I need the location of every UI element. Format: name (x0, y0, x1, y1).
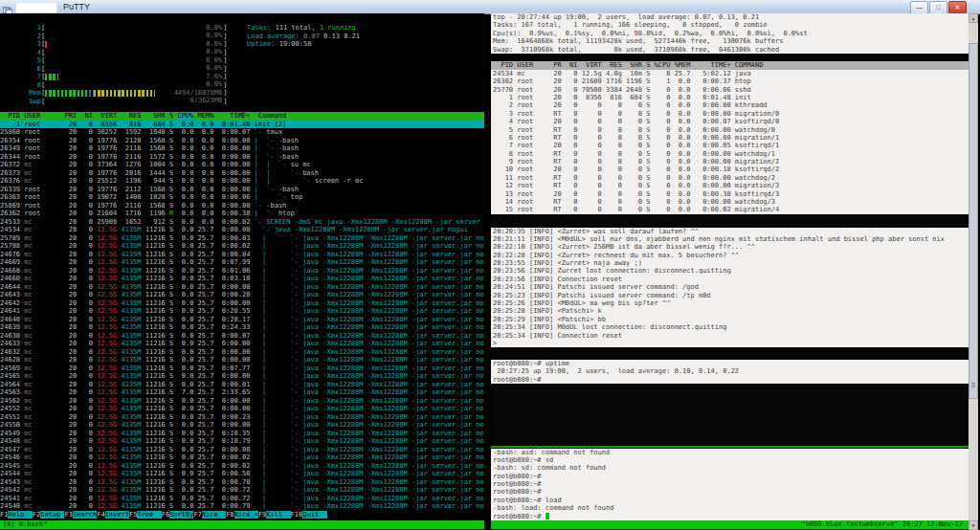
server-log: 20:20:35 [INFO] <Zurret> was soll darauf… (491, 228, 969, 348)
process-row[interactable]: 24547 mc 20 0 12.5G 4135M 11216 S 0.0 25… (0, 446, 484, 454)
fkey-F2[interactable]: F2Setup (33, 511, 65, 519)
fkey-F7[interactable]: F7Nice - (193, 511, 226, 519)
fkey-F4[interactable]: F4Invert (97, 511, 129, 519)
fkey-F6[interactable]: F6SortBy (162, 511, 194, 519)
process-row[interactable]: 24668 mc 20 0 12.5G 4135M 11216 S 0.0 25… (0, 267, 484, 276)
process-row[interactable]: 24548 mc 20 0 12.5G 4135M 11216 S 0.0 25… (0, 437, 484, 446)
log-line: 20:25:26 [INFO] <M0dUL> ma weg bis sp?te… (491, 299, 969, 307)
top-process-row: 2 root 20 0 0 0 0 S 0 0.0 0:00.00 kthrea… (491, 101, 969, 109)
maximize-button[interactable]: □ (929, 1, 947, 14)
process-row[interactable]: 26349 root 20 0 19776 2116 1568 S 0.0 0.… (0, 144, 484, 153)
terminal-line: Cpu(s): 0.9%us, 0.1%sy, 0.0%ni, 98.8%id,… (491, 30, 969, 37)
process-row[interactable]: 24534 mc 20 0 12.5G 4135M 11216 S 0.0 25… (0, 226, 484, 234)
top-process-row: 11 root RT 0 0 0 0 S 0 0.0 0:00.00 watch… (491, 174, 969, 182)
process-row[interactable]: 24544 mc 20 0 12.5G 4135M 11216 S 0.0 25… (0, 470, 484, 478)
process-row[interactable]: 24642 mc 20 0 12.5G 4135M 11216 S 0.0 25… (0, 299, 484, 308)
process-row[interactable]: 24545 mc 20 0 12.5G 4135M 11216 S 0.0 25… (0, 462, 484, 471)
top-process-row: 3 root RT 0 0 0 0 S 0 0.0 0:00.00 migrat… (491, 110, 969, 118)
process-table-header[interactable]: PID USER PRI NI VIRT RES SHR S CPU% MEM%… (0, 112, 484, 121)
process-row[interactable]: 24660 mc 20 0 12.5G 4135M 11216 S 0.0 25… (0, 275, 484, 283)
process-row[interactable]: 24641 mc 20 0 12.5G 4135M 11216 S 0.0 25… (0, 307, 484, 316)
process-row[interactable]: 26372 mc 20 0 37364 1276 1004 S 0.0 0.0 … (0, 161, 484, 169)
process-row[interactable]: 24640 mc 20 0 12.5G 4135M 11216 S 0.0 25… (0, 316, 484, 324)
process-row[interactable]: 24533 mc 20 0 25908 1652 912 S 0.0 0.0 0… (0, 218, 484, 227)
process-row[interactable]: 1 root 20 0 8356 816 684 S 0.0 0.0 0:01.… (0, 121, 484, 129)
process-row[interactable]: 26373 mc 20 0 19776 2016 1444 S 0.0 0.0 … (0, 169, 484, 178)
process-row[interactable]: 24569 mc 20 0 12.5G 4135M 11216 S 0.0 25… (0, 364, 484, 373)
fkey-F3[interactable]: F3Search (64, 511, 97, 519)
terminal-cursor (546, 513, 549, 519)
process-row[interactable]: 26344 root 20 0 19776 2116 1572 S 0.0 0.… (0, 153, 484, 162)
process-row[interactable]: 25788 mc 20 0 12.5G 4135M 11216 S 0.0 25… (0, 242, 484, 251)
meter-1: 1[0.0%] (29, 24, 227, 33)
process-row[interactable]: 26354 root 20 0 19776 2120 1568 S 0.0 0.… (0, 137, 484, 145)
terminal-line: -bash: load: command not found (491, 504, 969, 512)
scroll-thumb[interactable] (969, 43, 978, 399)
log-line: 20:22:10 [INFO] <Zurret> 256MB ist da ab… (491, 243, 969, 251)
process-row[interactable]: 25868 root 20 0 30252 1592 1040 S 0.0 0.… (0, 128, 484, 137)
terminal-line: root@b080:~# (491, 376, 969, 384)
scrollbar[interactable]: ▲ ▼ (969, 13, 978, 530)
fkey-F5[interactable]: F5Tree (129, 511, 162, 519)
statusbar-right-text: "b080.blue.fastwebserve" 20:27 17-Nov-12 (801, 520, 969, 528)
process-row[interactable]: 26376 mc 20 0 25512 1196 944 S 0.0 0.0 0… (0, 177, 484, 186)
statusbar-left-text: [0] 0:bash* (0, 520, 47, 528)
process-row[interactable]: 24643 mc 20 0 12.5G 4135M 11216 S 0.0 25… (0, 291, 484, 299)
redacted-session-name (15, 2, 57, 13)
process-row[interactable]: 24564 mc 20 0 12.5G 4135M 11216 S 0.0 25… (0, 381, 484, 389)
process-row[interactable]: 24676 mc 20 0 12.5G 4135M 11216 S 0.0 25… (0, 251, 484, 259)
terminal-line: Tasks: 167 total, 1 running, 166 sleepin… (491, 21, 969, 29)
process-row[interactable]: 24541 mc 20 0 12.5G 4135M 11216 S 0.0 25… (0, 495, 484, 503)
process-row[interactable]: 25789 mc 20 0 12.5G 4135M 11216 S 0.0 25… (0, 234, 484, 243)
process-row[interactable]: 26363 root 20 0 19072 1408 1020 S 0.0 0.… (0, 193, 484, 202)
log-line: 20:22:28 [INFO] <Zurret> rechnest du mit… (491, 252, 969, 259)
process-row[interactable]: 24551 mc 20 0 12.5G 4135M 11216 S 0.0 25… (0, 413, 484, 422)
process-row[interactable]: 24550 mc 20 0 12.5G 4135M 11216 S 0.0 25… (0, 421, 484, 430)
minimize-button[interactable]: — (910, 1, 928, 14)
log-line: 20:23:55 [INFO] <Zurret> naja away ;) (491, 259, 969, 267)
fkey-F10[interactable]: F10Quit (291, 511, 327, 519)
process-row[interactable]: 24565 mc 20 0 12.5G 4135M 11216 S 0.0 25… (0, 372, 484, 381)
fkey-F9[interactable]: F9Kill (258, 511, 291, 519)
meter-6: 6[0.0%] (29, 65, 227, 74)
process-row[interactable]: 24644 mc 20 0 12.5G 4135M 11216 S 0.0 25… (0, 283, 484, 292)
top-process-row: 9 root RT 0 0 0 0 S 0 0.0 0:00.00 migrat… (491, 158, 969, 166)
process-row[interactable]: 24546 mc 20 0 12.5G 4135M 11216 S 0.0 25… (0, 453, 484, 462)
process-row[interactable]: 24540 mc 20 0 12.5G 4135M 11216 S 0.0 25… (0, 502, 484, 511)
process-row[interactable]: 24639 mc 20 0 12.5G 4135M 11216 S 0.0 25… (0, 323, 484, 332)
top-process-row: 10 root 20 0 0 0 0 S 0 0.0 0:00.18 ksoft… (491, 166, 969, 173)
process-row[interactable]: 24669 mc 20 0 12.5G 4135M 11216 S 0.0 25… (0, 258, 484, 267)
fkey-F1[interactable]: F1Help (0, 511, 33, 519)
process-row[interactable]: 24542 mc 20 0 12.5G 4135M 11216 S 0.0 25… (0, 486, 484, 495)
process-row[interactable]: 24628 mc 20 0 12.5G 4135M 11216 S 0.0 25… (0, 356, 484, 364)
close-button[interactable]: ✕ (948, 1, 967, 14)
summary-line: Uptime: 19:00:58 (247, 40, 360, 49)
process-row[interactable]: 25869 root 20 0 19776 2116 1568 S 0.0 0.… (0, 202, 484, 210)
log-line: 20:25:34 [INFO] M0dUL lost connection: d… (491, 323, 969, 331)
process-table: 1 root 20 0 8356 816 684 S 0.0 0.0 0:01.… (0, 121, 484, 511)
meter-5: 5[0.0%] (29, 56, 227, 65)
titlebar[interactable]: PuTTY — □ ✕ (0, 0, 980, 14)
log-line: 20:20:35 [INFO] <Zurret> was soll darauf… (491, 228, 969, 235)
process-row[interactable]: 24543 mc 20 0 12.5G 4135M 11216 S 0.0 25… (0, 478, 484, 487)
uptime-block: root@b080:~# uptime 20:27:25 up 19:00, 2… (491, 360, 969, 384)
process-row[interactable]: 24552 mc 20 0 12.5G 4135M 11216 S 0.0 25… (0, 405, 484, 413)
terminal-line: root@b080:~# (491, 480, 969, 488)
process-row[interactable]: 24563 mc 20 0 12.5G 4135M 11216 S 7.0 25… (0, 388, 484, 397)
process-row[interactable]: 24632 mc 20 0 12.5G 4135M 11216 S 0.0 25… (0, 348, 484, 357)
top-process-row: 6 root RT 0 0 0 0 S 0 0.0 0:00.00 migrat… (491, 134, 969, 142)
top-process-row: 4 root 20 0 0 0 0 S 0 0.0 0:00.07 ksofti… (491, 118, 969, 125)
scroll-down-arrow[interactable]: ▼ (969, 520, 978, 530)
meter-swp: Swp[0/3623MB] (29, 98, 227, 106)
process-row[interactable]: 24562 mc 20 0 12.5G 4135M 11216 S 0.0 25… (0, 397, 484, 406)
fkey-F8[interactable]: F8Nice + (226, 511, 258, 519)
terminal-line: root@b080:~# sd (491, 456, 969, 464)
process-row[interactable]: 26362 root 20 0 21604 1716 1196 R 0.0 0.… (0, 210, 484, 218)
function-key-bar: F1Help F2Setup F3SearchF4InvertF5Tree F6… (0, 511, 484, 519)
process-row[interactable]: 24549 mc 20 0 12.5G 4135M 11216 S 0.0 25… (0, 430, 484, 438)
terminal-line: -bash: asd: command not found (491, 449, 969, 456)
process-row[interactable]: 24633 mc 20 0 12.5G 4135M 11216 S 0.0 25… (0, 340, 484, 348)
scroll-up-arrow[interactable]: ▲ (969, 13, 978, 23)
process-row[interactable]: 26339 root 20 0 19776 2112 1568 S 0.0 0.… (0, 186, 484, 194)
process-row[interactable]: 24638 mc 20 0 12.5G 4135M 11216 S 0.0 25… (0, 332, 484, 341)
